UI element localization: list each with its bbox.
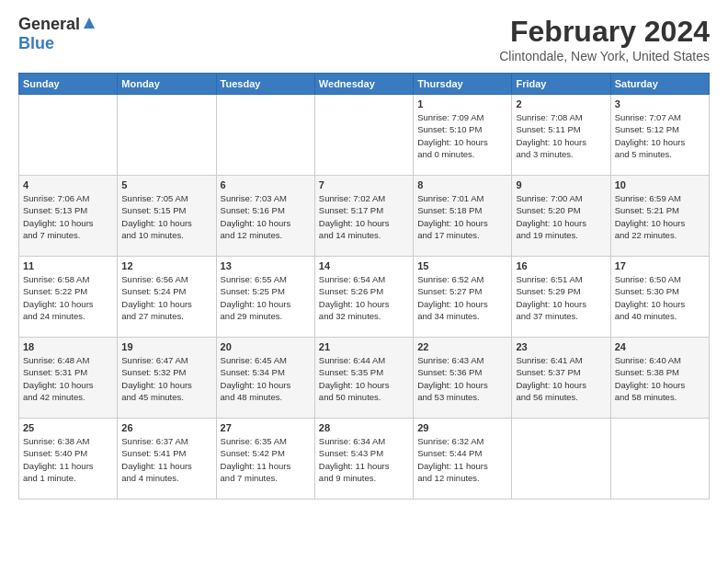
day-number: 28 xyxy=(319,422,409,433)
calendar-cell-0-0 xyxy=(19,95,118,176)
day-number: 29 xyxy=(417,422,507,433)
cell-content: Sunrise: 7:01 AM Sunset: 5:18 PM Dayligh… xyxy=(417,192,507,241)
cell-content: Sunrise: 6:38 AM Sunset: 5:40 PM Dayligh… xyxy=(23,435,113,484)
cell-content: Sunrise: 6:32 AM Sunset: 5:44 PM Dayligh… xyxy=(417,435,507,484)
main-title: February 2024 xyxy=(499,15,710,49)
cell-content: Sunrise: 6:35 AM Sunset: 5:42 PM Dayligh… xyxy=(221,435,311,484)
calendar-cell-1-2: 6Sunrise: 7:03 AM Sunset: 5:16 PM Daylig… xyxy=(216,176,314,257)
logo-blue: Blue xyxy=(18,34,54,52)
day-number: 8 xyxy=(417,179,507,190)
calendar-week-0: 1Sunrise: 7:09 AM Sunset: 5:10 PM Daylig… xyxy=(19,95,710,176)
logo: General Blue xyxy=(18,15,97,53)
cell-content: Sunrise: 7:05 AM Sunset: 5:15 PM Dayligh… xyxy=(121,192,211,241)
day-number: 11 xyxy=(23,260,113,271)
cell-content: Sunrise: 6:44 AM Sunset: 5:35 PM Dayligh… xyxy=(319,354,409,403)
cell-content: Sunrise: 6:54 AM Sunset: 5:26 PM Dayligh… xyxy=(319,273,409,322)
calendar-cell-2-5: 16Sunrise: 6:51 AM Sunset: 5:29 PM Dayli… xyxy=(512,257,610,338)
cell-content: Sunrise: 6:37 AM Sunset: 5:41 PM Dayligh… xyxy=(121,435,211,484)
calendar-cell-3-0: 18Sunrise: 6:48 AM Sunset: 5:31 PM Dayli… xyxy=(19,338,118,419)
cell-content: Sunrise: 6:45 AM Sunset: 5:34 PM Dayligh… xyxy=(221,354,311,403)
calendar-cell-2-6: 17Sunrise: 6:50 AM Sunset: 5:30 PM Dayli… xyxy=(610,257,709,338)
header-monday: Monday xyxy=(118,74,216,95)
day-number: 4 xyxy=(23,179,113,190)
calendar-cell-1-0: 4Sunrise: 7:06 AM Sunset: 5:13 PM Daylig… xyxy=(19,176,118,257)
calendar-cell-4-1: 26Sunrise: 6:37 AM Sunset: 5:41 PM Dayli… xyxy=(118,419,216,500)
day-number: 7 xyxy=(319,179,409,190)
day-number: 17 xyxy=(615,260,705,271)
calendar-week-3: 18Sunrise: 6:48 AM Sunset: 5:31 PM Dayli… xyxy=(19,338,710,419)
cell-content: Sunrise: 6:47 AM Sunset: 5:32 PM Dayligh… xyxy=(121,354,211,403)
day-number: 27 xyxy=(221,422,311,433)
calendar-header-row: SundayMondayTuesdayWednesdayThursdayFrid… xyxy=(19,74,710,95)
cell-content: Sunrise: 6:55 AM Sunset: 5:25 PM Dayligh… xyxy=(221,273,311,322)
cell-content: Sunrise: 6:40 AM Sunset: 5:38 PM Dayligh… xyxy=(615,354,705,403)
day-number: 19 xyxy=(121,341,211,352)
day-number: 1 xyxy=(417,98,507,109)
cell-content: Sunrise: 6:59 AM Sunset: 5:21 PM Dayligh… xyxy=(615,192,705,241)
day-number: 21 xyxy=(319,341,409,352)
cell-content: Sunrise: 7:02 AM Sunset: 5:17 PM Dayligh… xyxy=(319,192,409,241)
header-sunday: Sunday xyxy=(19,74,118,95)
cell-content: Sunrise: 6:50 AM Sunset: 5:30 PM Dayligh… xyxy=(615,273,705,322)
header-thursday: Thursday xyxy=(414,74,512,95)
cell-content: Sunrise: 6:56 AM Sunset: 5:24 PM Dayligh… xyxy=(121,273,211,322)
day-number: 15 xyxy=(417,260,507,271)
day-number: 20 xyxy=(221,341,311,352)
subtitle: Clintondale, New York, United States xyxy=(499,49,710,63)
calendar-cell-4-3: 28Sunrise: 6:34 AM Sunset: 5:43 PM Dayli… xyxy=(314,419,413,500)
calendar-cell-3-2: 20Sunrise: 6:45 AM Sunset: 5:34 PM Dayli… xyxy=(216,338,314,419)
cell-content: Sunrise: 6:58 AM Sunset: 5:22 PM Dayligh… xyxy=(23,273,113,322)
day-number: 5 xyxy=(121,179,211,190)
calendar-cell-2-1: 12Sunrise: 6:56 AM Sunset: 5:24 PM Dayli… xyxy=(118,257,216,338)
calendar-cell-2-4: 15Sunrise: 6:52 AM Sunset: 5:27 PM Dayli… xyxy=(414,257,512,338)
calendar-cell-2-0: 11Sunrise: 6:58 AM Sunset: 5:22 PM Dayli… xyxy=(19,257,118,338)
calendar-cell-1-5: 9Sunrise: 7:00 AM Sunset: 5:20 PM Daylig… xyxy=(512,176,610,257)
cell-content: Sunrise: 6:51 AM Sunset: 5:29 PM Dayligh… xyxy=(516,273,606,322)
day-number: 22 xyxy=(417,341,507,352)
header-wednesday: Wednesday xyxy=(314,74,413,95)
day-number: 12 xyxy=(121,260,211,271)
calendar-cell-4-0: 25Sunrise: 6:38 AM Sunset: 5:40 PM Dayli… xyxy=(19,419,118,500)
calendar-cell-2-3: 14Sunrise: 6:54 AM Sunset: 5:26 PM Dayli… xyxy=(314,257,413,338)
calendar-cell-3-4: 22Sunrise: 6:43 AM Sunset: 5:36 PM Dayli… xyxy=(414,338,512,419)
cell-content: Sunrise: 7:08 AM Sunset: 5:11 PM Dayligh… xyxy=(516,111,606,160)
page-container: General Blue February 2024 Clintondale, … xyxy=(0,0,728,509)
calendar-cell-4-5 xyxy=(512,419,610,500)
day-number: 16 xyxy=(516,260,606,271)
title-area: February 2024 Clintondale, New York, Uni… xyxy=(499,15,710,63)
calendar-cell-4-4: 29Sunrise: 6:32 AM Sunset: 5:44 PM Dayli… xyxy=(414,419,512,500)
day-number: 10 xyxy=(615,179,705,190)
calendar-cell-0-5: 2Sunrise: 7:08 AM Sunset: 5:11 PM Daylig… xyxy=(512,95,610,176)
calendar-cell-0-4: 1Sunrise: 7:09 AM Sunset: 5:10 PM Daylig… xyxy=(414,95,512,176)
header-saturday: Saturday xyxy=(610,74,709,95)
calendar-cell-1-4: 8Sunrise: 7:01 AM Sunset: 5:18 PM Daylig… xyxy=(414,176,512,257)
calendar-cell-0-3 xyxy=(314,95,413,176)
day-number: 13 xyxy=(221,260,311,271)
cell-content: Sunrise: 7:09 AM Sunset: 5:10 PM Dayligh… xyxy=(417,111,507,160)
calendar-cell-4-6 xyxy=(610,419,709,500)
header: General Blue February 2024 Clintondale, … xyxy=(18,15,710,63)
calendar-cell-3-6: 24Sunrise: 6:40 AM Sunset: 5:38 PM Dayli… xyxy=(610,338,709,419)
day-number: 23 xyxy=(516,341,606,352)
day-number: 18 xyxy=(23,341,113,352)
day-number: 24 xyxy=(615,341,705,352)
calendar-cell-0-2 xyxy=(216,95,314,176)
calendar-cell-2-2: 13Sunrise: 6:55 AM Sunset: 5:25 PM Dayli… xyxy=(216,257,314,338)
svg-marker-0 xyxy=(84,17,95,29)
cell-content: Sunrise: 6:41 AM Sunset: 5:37 PM Dayligh… xyxy=(516,354,606,403)
cell-content: Sunrise: 7:06 AM Sunset: 5:13 PM Dayligh… xyxy=(23,192,113,241)
day-number: 6 xyxy=(221,179,311,190)
cell-content: Sunrise: 6:34 AM Sunset: 5:43 PM Dayligh… xyxy=(319,435,409,484)
logo-general: General xyxy=(18,15,80,34)
day-number: 26 xyxy=(121,422,211,433)
calendar-cell-3-5: 23Sunrise: 6:41 AM Sunset: 5:37 PM Dayli… xyxy=(512,338,610,419)
calendar-week-4: 25Sunrise: 6:38 AM Sunset: 5:40 PM Dayli… xyxy=(19,419,710,500)
cell-content: Sunrise: 7:07 AM Sunset: 5:12 PM Dayligh… xyxy=(615,111,705,160)
calendar-cell-1-6: 10Sunrise: 6:59 AM Sunset: 5:21 PM Dayli… xyxy=(610,176,709,257)
header-friday: Friday xyxy=(512,74,610,95)
calendar-cell-4-2: 27Sunrise: 6:35 AM Sunset: 5:42 PM Dayli… xyxy=(216,419,314,500)
calendar-cell-3-1: 19Sunrise: 6:47 AM Sunset: 5:32 PM Dayli… xyxy=(118,338,216,419)
logo-icon xyxy=(82,16,97,34)
cell-content: Sunrise: 7:03 AM Sunset: 5:16 PM Dayligh… xyxy=(221,192,311,241)
calendar-cell-1-3: 7Sunrise: 7:02 AM Sunset: 5:17 PM Daylig… xyxy=(314,176,413,257)
